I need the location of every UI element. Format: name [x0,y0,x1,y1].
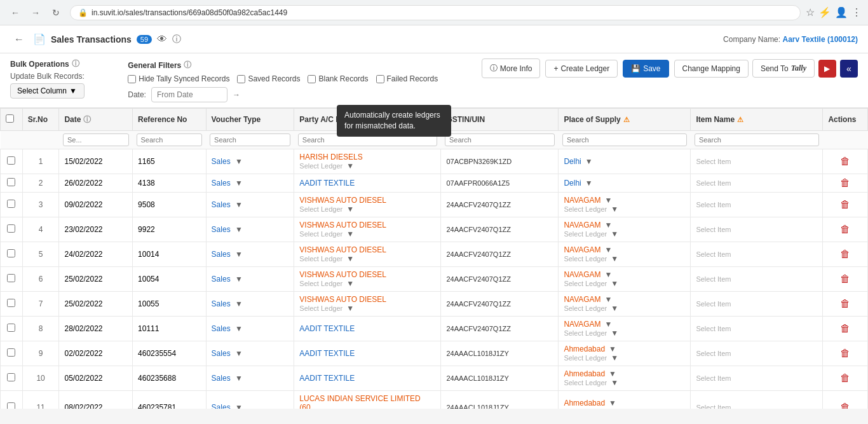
failed-records-checkbox[interactable]: Failed Records [376,74,438,83]
voucher-dropdown-icon[interactable]: ▼ [235,179,243,188]
delete-button[interactable]: 🗑 [840,249,850,260]
voucher-dropdown-icon[interactable]: ▼ [235,324,243,333]
hide-tally-checkbox[interactable]: Hide Tally Synced Records [128,74,229,83]
place-select[interactable]: Select Ledger [564,408,607,409]
info-icon[interactable]: ⓘ [172,34,181,45]
voucher-link[interactable]: Sales [212,374,231,383]
voucher-link[interactable]: Sales [212,349,231,358]
voucher-link[interactable]: Sales [212,324,231,333]
delete-button[interactable]: 🗑 [840,402,850,409]
delete-button[interactable]: 🗑 [840,373,850,384]
delete-button[interactable]: 🗑 [840,348,850,359]
ref-search-input[interactable] [137,133,203,146]
back-button[interactable]: ← [6,4,24,22]
party-select[interactable]: Select Ledger [299,205,342,213]
place-select[interactable]: Select Ledger [564,379,607,386]
date-search-input[interactable] [63,133,129,146]
date-info-icon[interactable]: ⓘ [83,114,91,125]
row-checkbox[interactable] [7,348,15,357]
voucher-link[interactable]: Sales [212,403,231,409]
place-select[interactable]: Select Ledger [564,329,607,337]
item-select[interactable]: Select Item [696,300,731,308]
item-search-input[interactable] [695,133,819,146]
select-column-button[interactable]: Select Column ▼ [10,83,85,99]
place-dropdown-icon[interactable]: ▼ [609,399,616,407]
voucher-dropdown-icon[interactable]: ▼ [235,349,243,358]
party-select[interactable]: Select Ledger [299,280,342,287]
place-select[interactable]: Select Ledger [564,255,607,263]
party-select[interactable]: Select Ledger [299,304,342,312]
party-dropdown-icon[interactable]: ▼ [346,279,354,288]
item-select[interactable]: Select Item [696,325,731,332]
place-search-input[interactable] [562,133,687,146]
place-sub-dropdown-icon[interactable]: ▼ [611,378,618,387]
place-dropdown-icon[interactable]: ▼ [605,245,613,254]
row-checkbox[interactable] [7,178,15,186]
place-dropdown-icon[interactable]: ▼ [609,345,616,353]
reload-button[interactable]: ↻ [47,4,65,22]
item-select[interactable]: Select Item [696,226,731,233]
party-select[interactable]: Select Ledger [299,230,342,238]
bulk-info-icon[interactable]: ⓘ [72,58,79,69]
party-dropdown-icon[interactable]: ▼ [346,161,354,170]
row-checkbox[interactable] [7,156,15,165]
item-select[interactable]: Select Item [696,201,731,209]
party-select[interactable]: Select Ledger [299,162,342,170]
voucher-link[interactable]: Sales [212,250,231,259]
extension-icon[interactable]: ⚡ [818,6,831,18]
url-bar[interactable]: 🔒 in.suvit.io/sales/transactions/669a08d… [70,5,801,20]
profile-icon[interactable]: 👤 [835,6,848,18]
create-ledger-button[interactable]: + Create Ledger [545,60,618,78]
row-checkbox[interactable] [7,324,15,332]
row-checkbox[interactable] [7,402,15,409]
item-select[interactable]: Select Item [696,374,731,382]
place-sub-dropdown-icon[interactable]: ▼ [611,407,618,409]
voucher-dropdown-icon[interactable]: ▼ [235,403,243,409]
voucher-dropdown-icon[interactable]: ▼ [235,200,243,209]
bookmark-icon[interactable]: ☆ [806,6,815,18]
place-select[interactable]: Select Ledger [564,280,607,287]
row-checkbox[interactable] [7,200,15,208]
place-sub-dropdown-icon[interactable]: ▼ [611,353,618,362]
place-select[interactable]: Select Ledger [564,354,607,362]
place-sub-dropdown-icon[interactable]: ▼ [611,229,618,238]
place-sub-dropdown-icon[interactable]: ▼ [611,304,618,313]
youtube-button[interactable]: ▶ [818,60,836,78]
filters-info-icon[interactable]: ⓘ [184,60,191,71]
change-mapping-button[interactable]: Change Mapping [674,60,749,78]
voucher-dropdown-icon[interactable]: ▼ [235,275,243,284]
voucher-link[interactable]: Sales [212,157,231,166]
saved-records-checkbox[interactable]: Saved Records [237,74,300,83]
delete-button[interactable]: 🗑 [840,156,850,167]
place-dropdown-icon[interactable]: ▼ [605,320,613,329]
row-checkbox[interactable] [7,299,15,307]
save-button[interactable]: 💾 Save [623,60,668,78]
forward-button[interactable]: → [27,4,44,22]
browser-nav[interactable]: ← → ↻ [6,4,65,22]
place-sub-dropdown-icon[interactable]: ▼ [611,205,618,214]
voucher-dropdown-icon[interactable]: ▼ [235,157,243,166]
item-select[interactable]: Select Item [696,158,731,165]
eye-icon[interactable]: 👁 [157,34,167,45]
place-sub-dropdown-icon[interactable]: ▼ [611,254,618,263]
row-checkbox[interactable] [7,249,15,257]
place-select[interactable]: Select Ledger [564,230,607,238]
party-select[interactable]: Select Ledger [299,255,342,263]
app-back-button[interactable]: ← [10,31,28,48]
gstin-search-input[interactable] [445,133,555,146]
party-dropdown-icon[interactable]: ▼ [346,229,354,238]
place-dropdown-icon[interactable]: ▼ [605,196,613,205]
voucher-search-input[interactable] [210,133,290,146]
delete-button[interactable]: 🗑 [840,224,850,235]
item-select[interactable]: Select Item [696,179,731,187]
menu-icon[interactable]: ⋮ [851,6,862,18]
place-select[interactable]: Select Ledger [564,304,607,312]
row-checkbox[interactable] [7,373,15,381]
place-dropdown-icon[interactable]: ▼ [585,179,593,188]
place-select[interactable]: Select Ledger [564,205,607,213]
voucher-dropdown-icon[interactable]: ▼ [235,250,243,259]
place-dropdown-icon[interactable]: ▼ [605,270,613,279]
party-dropdown-icon[interactable]: ▼ [346,304,354,313]
more-info-button[interactable]: ⓘ More Info [482,58,541,78]
send-to-tally-button[interactable]: Send To Tally [752,59,815,78]
